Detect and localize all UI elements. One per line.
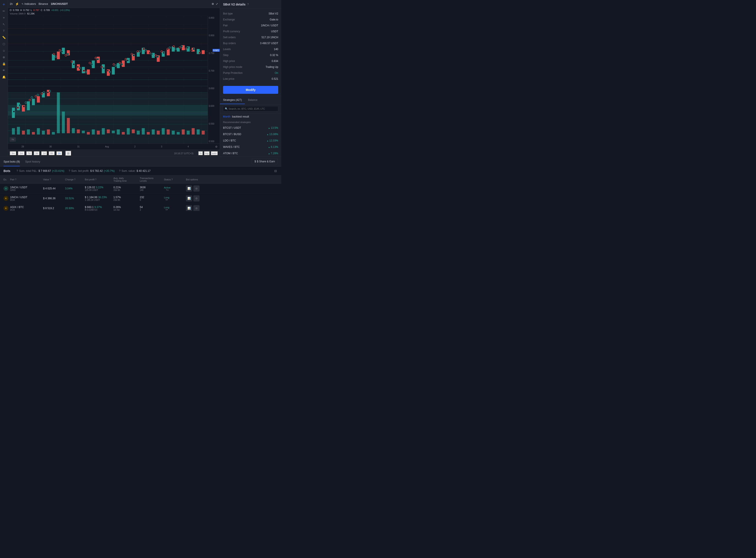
settings-btn[interactable]: ⚙: [212, 2, 214, 5]
th-exchange: Ex.: [3, 177, 10, 182]
cursor-tool[interactable]: ↖: [1, 22, 7, 27]
chart-canvas-area[interactable]: 0.850 0.800 0.750 0.700 0.650 0.600 0.55…: [8, 16, 220, 144]
svg-rect-21: [17, 103, 20, 110]
strategy-item-0[interactable]: BTCST / USDT 13.5%: [220, 125, 281, 131]
compare-btn[interactable]: ⊞: [65, 151, 71, 156]
svg-point-94: [41, 93, 43, 95]
modify-button[interactable]: Modify: [223, 86, 278, 94]
buy-orders-value: 3 490.57 USDT: [260, 42, 278, 45]
timeframe-1d[interactable]: 1d: [41, 151, 47, 155]
value-2: $ 8 519.2: [43, 207, 65, 210]
th-avg-daily: Avg. dailyTrading time: [114, 177, 140, 182]
high-price-mode-row: High price mode Trailing Up: [220, 64, 281, 70]
scale-pct[interactable]: %: [198, 151, 203, 155]
chart-main: 1h ⚡ ∿ Indicators Binance 1INCH/USDT ⚙ ⤢: [8, 0, 220, 157]
price-level-600: 0.600: [209, 105, 219, 107]
scale-log[interactable]: log: [204, 151, 210, 155]
help-value-th-icon[interactable]: ?: [50, 178, 51, 181]
text-tool[interactable]: T: [1, 28, 7, 33]
exchange-cell-0: G: [3, 186, 10, 191]
measure-tool[interactable]: 📏: [1, 35, 7, 40]
filter-button[interactable]: ⊟: [273, 168, 278, 174]
profit-sub-2: B 0.0288723: [85, 209, 114, 211]
emoji-tool[interactable]: ☺: [1, 48, 7, 53]
scale-auto[interactable]: auto: [211, 151, 218, 155]
share-earn-button[interactable]: $ $ Share & Earn: [252, 159, 278, 164]
svg-point-87: [181, 46, 183, 47]
indicators-btn[interactable]: ∿ Indicators: [22, 2, 36, 5]
strategy-item-2[interactable]: LDO / BTC 12.03%: [220, 137, 281, 144]
strategy-item-4[interactable]: ATOM / BTC 7.28%: [220, 150, 281, 157]
pencil-tool[interactable]: ✏: [1, 8, 7, 14]
chart-bottom-bar: 3m 1m 7d 3d 1d 6h 1h ⊞ 18:16:27 (UTC+3) …: [8, 150, 220, 157]
change-pct: (+0.13%): [60, 9, 70, 11]
timeframe-1h[interactable]: 1h: [56, 151, 62, 155]
strategy-item-1[interactable]: BTCST / BUSD 13.08%: [220, 131, 281, 137]
svg-point-111: [143, 48, 145, 50]
bots-section: Bots ? Sum. total P&L: $ 7 668.67 (+23.4…: [0, 167, 281, 211]
timeframe-selector[interactable]: 1h: [10, 2, 12, 5]
lines-tool[interactable]: ≡: [1, 15, 7, 20]
node-tool[interactable]: ⬡: [1, 41, 7, 47]
svg-rect-126: [37, 128, 40, 134]
cancel-btn-1[interactable]: ⊘: [194, 195, 200, 201]
lock-tool[interactable]: 🔒: [1, 61, 7, 66]
action-btns-2: 📊 ⊘: [186, 205, 208, 211]
tab-strategies[interactable]: Strategies (427): [220, 96, 245, 104]
fullscreen-btn[interactable]: ⤢: [216, 2, 218, 5]
pair-name-2: AGIX / BTC: [10, 206, 43, 209]
magnet-tool[interactable]: ⊕: [1, 54, 7, 60]
cancel-btn-2[interactable]: ⊘: [194, 205, 200, 211]
status-0: Active TU: [164, 186, 186, 191]
timeframe-3d[interactable]: 3d: [34, 151, 40, 155]
svg-rect-24: [32, 99, 35, 105]
candle-type-selector[interactable]: ⚡: [15, 2, 19, 6]
summary-bot-profit: ? Sum. bot profit: $ 6 782.42 (+20.7%): [69, 169, 115, 173]
svg-rect-146: [137, 131, 140, 134]
exchange-row: Exchange Gate.io: [220, 17, 281, 23]
timeframe-7d[interactable]: 7d: [26, 151, 32, 155]
crosshair-tool[interactable]: ✛: [1, 2, 7, 7]
help-change-icon[interactable]: ?: [74, 178, 76, 181]
svg-point-101: [83, 70, 84, 72]
time-axis-settings[interactable]: ⚙: [213, 145, 219, 148]
eye-tool[interactable]: 👁: [1, 68, 7, 73]
stats-btn-1[interactable]: 📊: [186, 195, 192, 201]
timeframe-3m[interactable]: 3m: [10, 151, 17, 155]
help-profit-icon[interactable]: ?: [69, 169, 70, 173]
scale-buttons: % log auto: [198, 151, 218, 155]
timeframe-1m[interactable]: 1m: [18, 151, 25, 155]
help-icon[interactable]: ?: [247, 3, 249, 6]
help-pair-icon[interactable]: ?: [15, 178, 17, 181]
strategy-search-input[interactable]: [223, 106, 278, 111]
bot-row-2: K AGIX / BTC DCA $ 8 519.2 20.93% $ 660.…: [0, 203, 281, 211]
th-transactions: TransactionsLevels: [140, 177, 164, 182]
summary-total-pnl: ? Sum. total P&L: $ 7 668.67 (+23.41%): [17, 169, 64, 173]
stats-btn-0[interactable]: 📊: [186, 185, 192, 192]
svg-point-95: [47, 92, 49, 93]
help-pnl-icon[interactable]: ?: [17, 169, 18, 173]
bot-details-header: SBot V2 details ?: [220, 0, 281, 9]
svg-point-64: [43, 92, 45, 93]
strategies-section: Strategies (427) Balance 🔍 Month backtes…: [220, 96, 281, 157]
strat-pair-2: LDO / BTC: [223, 139, 236, 142]
change-0: 3.04%: [65, 187, 85, 190]
tab-spot-bots[interactable]: Spot bots (9): [3, 157, 20, 166]
help-status-icon[interactable]: ?: [171, 178, 173, 181]
bot-profit-pct: (+20.7%): [104, 169, 115, 173]
tab-balance[interactable]: Balance: [245, 96, 260, 104]
svg-point-90: [17, 107, 19, 108]
profit-sub-0: 125.99 USDT: [85, 189, 114, 191]
alerts-tool[interactable]: 🔔: [1, 74, 7, 79]
help-bot-profit-icon[interactable]: ?: [95, 178, 97, 181]
timeframe-6h[interactable]: 6h: [49, 151, 55, 155]
strat-return-2: 12.03%: [267, 139, 278, 142]
help-value-icon[interactable]: ?: [119, 169, 121, 173]
strategy-item-3[interactable]: WAVES / BTC 8.13%: [220, 144, 281, 150]
stats-btn-2[interactable]: 📊: [186, 205, 192, 211]
cancel-btn-0[interactable]: ⊘: [194, 185, 200, 192]
tab-spot-history[interactable]: Spot history: [25, 157, 40, 166]
th-status: Status ?: [164, 177, 186, 182]
svg-rect-130: [57, 93, 60, 133]
levels-value: 140: [274, 48, 278, 51]
